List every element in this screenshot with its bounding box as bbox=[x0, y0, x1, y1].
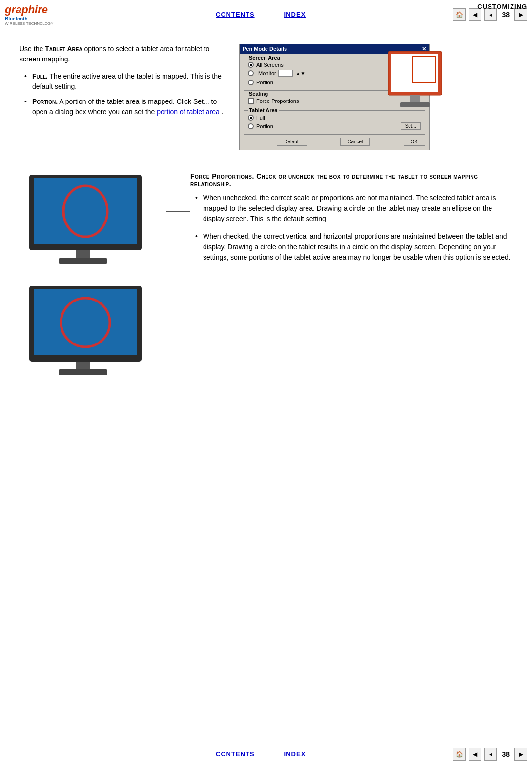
footer-home-icon[interactable]: 🏠 bbox=[453, 748, 466, 761]
footer-index-link[interactable]: Index bbox=[284, 750, 306, 758]
right-description: Force Proportions. Check or uncheck the … bbox=[190, 172, 512, 380]
force-prop-bullet-1: When unchecked, the correct scale or pro… bbox=[195, 193, 512, 224]
dialog-buttons-row: Default Cancel OK bbox=[244, 138, 425, 146]
home-icon[interactable]: 🏠 bbox=[453, 8, 466, 21]
monitors-area bbox=[20, 172, 176, 380]
portion-label: Portion bbox=[256, 80, 273, 85]
dialog-title: Pen Mode Details bbox=[243, 46, 287, 52]
bullet-item-full: Full. The entire active area of the tabl… bbox=[24, 71, 225, 92]
scaling-label: Scaling bbox=[248, 91, 269, 97]
monitor-radio[interactable] bbox=[248, 70, 254, 76]
footer-back-arrow-icon[interactable]: ◂ bbox=[484, 748, 497, 761]
top-section: Use the Tablet Area options to select a … bbox=[20, 44, 512, 150]
svg-rect-13 bbox=[76, 362, 90, 370]
callout-line bbox=[185, 167, 264, 167]
svg-rect-9 bbox=[59, 258, 107, 264]
all-screens-label: All Screens bbox=[256, 62, 284, 68]
bullet-list: Full. The entire active area of the tabl… bbox=[20, 71, 225, 117]
logo-graphire: graphire bbox=[5, 3, 48, 16]
cancel-button[interactable]: Cancel bbox=[340, 138, 370, 146]
main-content: Use the Tablet Area options to select a … bbox=[0, 29, 532, 395]
dialog-area: Pen Mode Details ✕ Screen Area All Scree… bbox=[239, 44, 444, 150]
bullet-item-portion: Portion. A portion of the tablet area is… bbox=[24, 97, 225, 117]
ok-button[interactable]: OK bbox=[404, 138, 425, 146]
logo-area: graphire Bluetooth WIRELESS TECHNOLOGY bbox=[5, 3, 68, 26]
svg-rect-6 bbox=[34, 178, 137, 244]
left-text: Use the Tablet Area options to select a … bbox=[20, 44, 225, 150]
footer-nav: Contents Index bbox=[68, 750, 453, 758]
svg-rect-4 bbox=[400, 102, 430, 107]
portion-radio[interactable] bbox=[248, 80, 254, 85]
monitor-input[interactable] bbox=[278, 70, 293, 77]
logo-sub: WIRELESS TECHNOLOGY bbox=[5, 21, 53, 26]
tablet-portion-label: Portion bbox=[256, 123, 273, 129]
svg-rect-8 bbox=[76, 250, 90, 259]
monitor-1-svg bbox=[20, 172, 156, 267]
intro-paragraph: Use the Tablet Area options to select a … bbox=[20, 44, 225, 64]
tablet-portion-radio[interactable] bbox=[248, 123, 254, 129]
header-nav: Contents Index bbox=[68, 11, 453, 18]
footer-page-number: 38 bbox=[502, 750, 510, 758]
footer: Contents Index 🏠 ◀ ◂ 38 ▶ bbox=[0, 742, 532, 766]
force-prop-title: Force Proportions. Check or uncheck the … bbox=[190, 172, 512, 188]
logo-bluetooth: Bluetooth bbox=[5, 16, 28, 21]
screen-preview bbox=[386, 49, 444, 127]
header-index-link[interactable]: Index bbox=[284, 11, 306, 18]
header-contents-link[interactable]: Contents bbox=[216, 11, 255, 18]
page-number: 38 bbox=[502, 11, 510, 19]
monitor-spinner[interactable]: ▲▼ bbox=[296, 71, 306, 76]
bottom-section: Force Proportions. Check or uncheck the … bbox=[20, 172, 512, 380]
footer-contents-link[interactable]: Contents bbox=[216, 750, 255, 758]
monitor-1-container bbox=[20, 172, 176, 269]
monitor-2-container bbox=[20, 283, 176, 380]
tablet-area-group-label: Tablet Area bbox=[248, 107, 279, 113]
footer-nav-right: 🏠 ◀ ◂ 38 ▶ bbox=[453, 748, 527, 761]
svg-rect-14 bbox=[59, 369, 107, 375]
all-screens-radio[interactable] bbox=[248, 62, 254, 68]
page-chapter-title: Customizing bbox=[477, 3, 527, 10]
monitor-2-svg bbox=[20, 283, 156, 379]
screen-area-label: Screen Area bbox=[248, 55, 281, 60]
monitor-label: Monitor bbox=[258, 70, 276, 76]
tablet-full-label: Full bbox=[256, 115, 265, 121]
full-keyword: Full. bbox=[32, 72, 48, 80]
svg-rect-1 bbox=[391, 54, 438, 92]
monitor-2-line bbox=[166, 323, 190, 323]
callout-connector bbox=[185, 165, 512, 167]
force-prop-bullets: When unchecked, the correct scale or pro… bbox=[190, 193, 512, 263]
force-proportions-checkbox[interactable] bbox=[248, 98, 254, 104]
default-button[interactable]: Default bbox=[277, 138, 307, 146]
portion-end: . bbox=[222, 108, 224, 116]
screen-preview-svg bbox=[386, 49, 444, 127]
portion-keyword: Portion. bbox=[32, 98, 58, 105]
footer-prev-icon[interactable]: ◀ bbox=[469, 748, 481, 761]
force-proportions-title-keyword: Force Proportions. bbox=[190, 172, 254, 180]
tablet-full-radio[interactable] bbox=[248, 115, 254, 121]
force-prop-bullet-2: When checked, the correct vertical and h… bbox=[195, 231, 512, 263]
portion-of-tablet-link[interactable]: portion of tablet area bbox=[157, 108, 219, 116]
full-text: The entire active area of the tablet is … bbox=[32, 72, 222, 90]
header: graphire Bluetooth WIRELESS TECHNOLOGY C… bbox=[0, 0, 532, 29]
footer-next-icon[interactable]: ▶ bbox=[514, 748, 527, 761]
monitor-1-line bbox=[166, 211, 190, 212]
tablet-area-keyword: Tablet Area bbox=[45, 45, 82, 53]
force-proportions-label: Force Proportions bbox=[256, 98, 299, 104]
